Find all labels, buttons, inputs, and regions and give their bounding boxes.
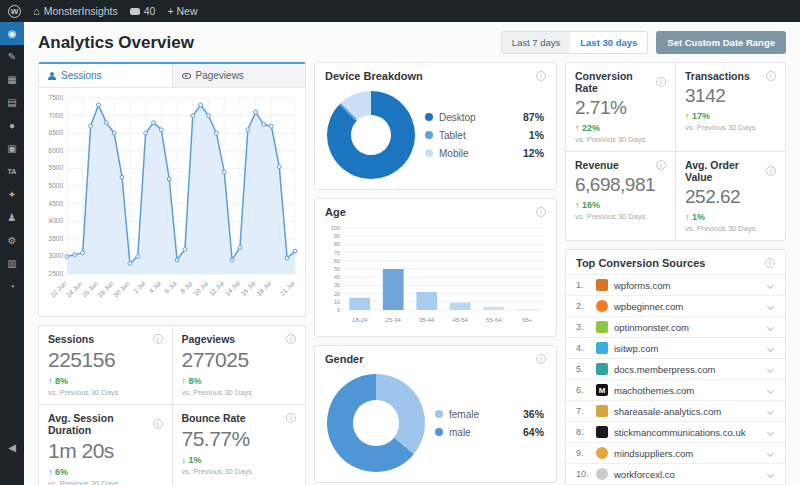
age-chart-body: 010203040506070809010018-2425-3435-4445-… [315, 223, 556, 336]
media-icon: ▦ [7, 74, 16, 85]
plugins-icon: ✦ [8, 189, 16, 200]
tab-sessions[interactable]: Sessions [39, 64, 172, 87]
info-icon[interactable]: i [536, 354, 546, 364]
svg-text:80: 80 [334, 241, 340, 247]
chevron-down-icon[interactable] [767, 449, 774, 456]
svg-text:4500: 4500 [49, 200, 64, 207]
set-custom-date-range-button[interactable]: Set Custom Date Range [656, 31, 786, 54]
sidebar-item-media[interactable]: ▦ [0, 68, 24, 91]
info-icon[interactable]: i [153, 419, 163, 429]
stat-card-top: Conversion Ratei [575, 70, 666, 94]
sidebar-item-pages[interactable]: ▤ [0, 91, 24, 114]
info-icon[interactable]: i [766, 166, 776, 176]
source-row-shareasale-analytics-com[interactable]: 7.shareasale-analytics.com [566, 400, 785, 421]
appearance-icon: ▣ [7, 143, 16, 154]
chart-tabs: Sessions Pageviews [39, 64, 305, 88]
chevron-down-icon[interactable] [767, 323, 774, 330]
info-icon[interactable]: i [286, 334, 296, 344]
chevron-down-icon[interactable] [767, 470, 774, 477]
device-breakdown-body: Desktop87%Tablet1%Mobile12% [315, 87, 556, 189]
stat-card-top: Pageviewsi [182, 333, 297, 345]
chevron-down-icon[interactable] [767, 344, 774, 351]
svg-text:5500: 5500 [49, 164, 64, 171]
source-row-mindsuppliers-com[interactable]: 9.mindsuppliers.com [566, 442, 785, 463]
info-icon[interactable]: i [536, 207, 546, 217]
tools-icon: ⚙ [8, 235, 17, 246]
sidebar-item-posts[interactable]: ✎ [0, 45, 24, 68]
source-row-docs-memberpress-com[interactable]: 5.docs.memberpress.com [566, 358, 785, 379]
sidebar-item-monsterinsights[interactable]: ◉ [0, 22, 24, 45]
last-7-days-button[interactable]: Last 7 days [502, 32, 571, 53]
age-card: Age i 010203040506070809010018-2425-3435… [314, 198, 557, 337]
source-domain: optinmonster.com [614, 322, 762, 333]
source-row-optinmonster-com[interactable]: 3.optinmonster.com [566, 316, 785, 337]
stat-card-top: Avg. Order Valuei [685, 159, 776, 183]
sidebar-item-ta[interactable]: TA [0, 160, 24, 183]
source-row-isitwp-com[interactable]: 4.isitwp.com [566, 337, 785, 358]
info-icon[interactable]: i [766, 71, 776, 81]
source-domain: machothemes.com [614, 385, 762, 396]
svg-text:35-44: 35-44 [419, 317, 435, 323]
source-row-machothemes-com[interactable]: 6.Mmachothemes.com [566, 379, 785, 400]
new-content-menu[interactable]: + New [167, 5, 197, 17]
info-icon[interactable]: i [765, 258, 775, 268]
stat-compare-label: vs. Previous 30 Days [575, 212, 666, 221]
source-row-stickmancommunications-co-uk[interactable]: 8.stickmancommunications.co.uk [566, 421, 785, 442]
sidebar-item-appearance[interactable]: ▣ [0, 137, 24, 160]
svg-text:28 Jun: 28 Jun [96, 279, 115, 298]
favicon-icon [596, 342, 608, 354]
stat-value: 75.77% [182, 427, 297, 451]
svg-text:40: 40 [334, 274, 340, 280]
favicon-icon: M [596, 384, 608, 396]
stat-delta: ↑ 6% [48, 467, 163, 477]
last-30-days-button[interactable]: Last 30 days [570, 32, 647, 53]
source-rank: 7. [576, 406, 590, 416]
stat-delta: ↑ 17% [685, 111, 776, 121]
svg-text:45-54: 45-54 [453, 317, 469, 323]
legend-value: 64% [523, 426, 544, 438]
source-rank: 8. [576, 427, 590, 437]
stat-title: Avg. Order Value [685, 159, 766, 183]
source-rank: 5. [576, 364, 590, 374]
chevron-down-icon[interactable] [767, 302, 774, 309]
source-row-wpbeginner-com[interactable]: 2.wpbeginner.com [566, 295, 785, 316]
gender-card: Gender i female36%male64% [314, 345, 557, 483]
stat-title: Transactions [685, 70, 750, 82]
info-icon[interactable]: i [536, 71, 546, 81]
chevron-down-icon[interactable] [767, 386, 774, 393]
gender-donut-chart [327, 374, 425, 472]
sidebar-item-analytics[interactable]: ◔ [0, 275, 24, 298]
svg-text:18 Jul: 18 Jul [255, 279, 273, 297]
female-dot-icon [435, 410, 443, 418]
sidebar-item-comments[interactable]: ● [0, 114, 24, 137]
sidebar-item-users[interactable]: ♟ [0, 206, 24, 229]
sidebar-item-tools[interactable]: ⚙ [0, 229, 24, 252]
source-rank: 9. [576, 448, 590, 458]
stat-card-avg-session-duration: Avg. Session Durationi1m 20s↑ 6%vs. Prev… [39, 405, 172, 485]
comments-menu[interactable]: 40 [130, 5, 156, 17]
wordpress-logo-menu[interactable]: W [8, 5, 21, 18]
info-icon[interactable]: i [656, 160, 666, 170]
device-breakdown-title: Device Breakdown [325, 70, 423, 82]
sidebar-item-settings[interactable]: ▥ [0, 252, 24, 275]
stat-delta: ↑ 8% [48, 376, 163, 386]
source-row-wpforms-com[interactable]: 1.wpforms.com [566, 274, 785, 295]
tab-pageviews[interactable]: Pageviews [172, 64, 306, 87]
info-icon[interactable]: i [153, 334, 163, 344]
source-domain: shareasale-analytics.com [614, 406, 762, 417]
site-name-menu[interactable]: ⌂ MonsterInsights [33, 5, 118, 17]
sidebar-item-plugins[interactable]: ✦ [0, 183, 24, 206]
stat-delta: ↑ 1% [685, 212, 776, 222]
chevron-down-icon[interactable] [767, 281, 774, 288]
source-row-workforcexl-co[interactable]: 10.workforcexl.co [566, 463, 785, 484]
info-icon[interactable]: i [656, 77, 666, 87]
chevron-down-icon[interactable] [767, 365, 774, 372]
wp-admin-bar: W ⌂ MonsterInsights 40 + New [0, 0, 800, 22]
svg-text:18-24: 18-24 [352, 317, 368, 323]
chevron-down-icon[interactable] [767, 428, 774, 435]
chevron-down-icon[interactable] [767, 407, 774, 414]
info-icon[interactable]: i [286, 413, 296, 423]
stat-compare-label: vs. Previous 30 Days [48, 388, 163, 397]
source-domain: wpbeginner.com [614, 301, 762, 312]
sidebar-collapse-button[interactable]: ◀ [0, 436, 24, 459]
